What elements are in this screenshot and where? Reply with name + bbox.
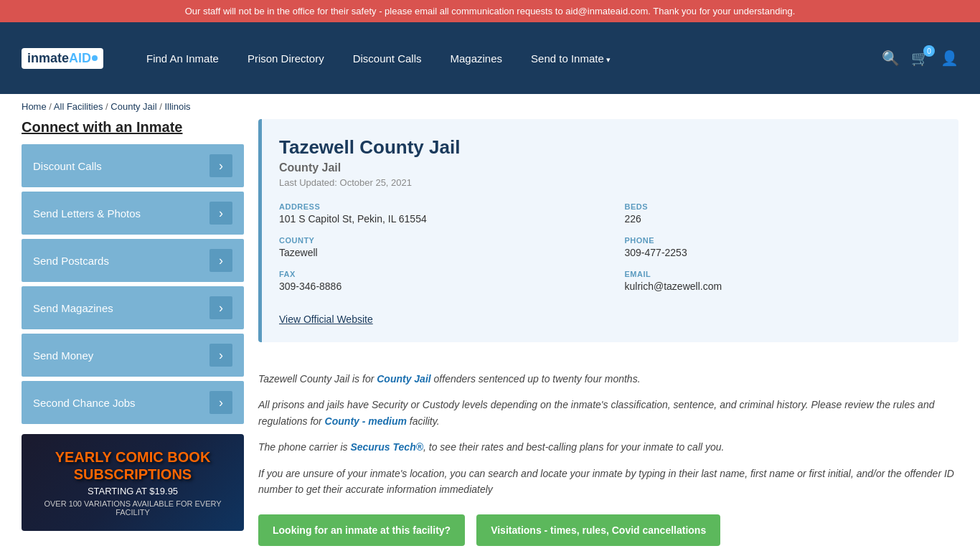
desc-para-1: Tazewell County Jail is for County Jail … (258, 371, 958, 387)
facility-updated: Last Updated: October 25, 2021 (279, 177, 941, 188)
facility-card: Tazewell County Jail County Jail Last Up… (258, 119, 958, 342)
sidebar-send-money[interactable]: Send Money › (22, 334, 244, 377)
facility-type: County Jail (279, 161, 941, 174)
cart-icon[interactable]: 🛒 0 (911, 50, 929, 67)
county-jail-link[interactable]: County Jail (377, 373, 430, 385)
nav-prison-directory[interactable]: Prison Directory (233, 52, 339, 65)
ad-banner[interactable]: YEARLY COMIC BOOK SUBSCRIPTIONS STARTING… (22, 434, 244, 531)
logo-aid-text: AID (69, 51, 91, 66)
header: inmate AID Find An Inmate Prison Directo… (0, 22, 980, 94)
ad-price: STARTING AT $19.95 (88, 486, 178, 496)
nav-magazines[interactable]: Magazines (436, 52, 517, 65)
sidebar: Connect with an Inmate Discount Calls › … (22, 119, 244, 551)
action-buttons: Looking for an inmate at this facility? … (258, 514, 958, 546)
visitation-button[interactable]: Visitations - times, rules, Covid cancel… (476, 514, 720, 546)
main-nav: Find An Inmate Prison Directory Discount… (132, 52, 882, 65)
county-medium-link[interactable]: County - medium (325, 415, 407, 427)
description-section: Tazewell County Jail is for County Jail … (258, 357, 958, 497)
facility-section: Tazewell County Jail County Jail Last Up… (258, 119, 958, 551)
breadcrumb-county-jail[interactable]: County Jail (110, 101, 156, 112)
nav-find-inmate[interactable]: Find An Inmate (132, 52, 233, 65)
desc-para-4: If you are unsure of your inmate's locat… (258, 466, 958, 498)
main-content: Connect with an Inmate Discount Calls › … (0, 119, 980, 551)
chevron-right-icon: › (209, 249, 232, 272)
alert-banner: Our staff will not be in the office for … (0, 0, 980, 22)
breadcrumb-illinois[interactable]: Illinois (164, 101, 190, 112)
fax-field: FAX 309-346-8886 (279, 270, 596, 292)
phone-field: PHONE 309-477-2253 (625, 236, 942, 258)
email-field: EMAIL kulrich@tazewell.com (625, 270, 942, 292)
chevron-right-icon: › (209, 202, 232, 225)
alert-text: Our staff will not be in the office for … (185, 6, 796, 17)
desc-para-2: All prisons and jails have Security or C… (258, 397, 958, 429)
breadcrumb-home[interactable]: Home (22, 101, 47, 112)
user-icon[interactable]: 👤 (941, 50, 958, 67)
chevron-right-icon: › (209, 154, 232, 177)
securus-link[interactable]: Securus Tech® (350, 441, 423, 453)
chevron-right-icon: › (209, 296, 232, 319)
sidebar-send-letters[interactable]: Send Letters & Photos › (22, 192, 244, 235)
sidebar-send-magazines[interactable]: Send Magazines › (22, 286, 244, 329)
header-icons: 🔍 🛒 0 👤 (882, 50, 958, 67)
nav-send-to-inmate[interactable]: Send to Inmate (517, 52, 625, 65)
logo-dot (92, 55, 98, 61)
sidebar-second-chance-jobs[interactable]: Second Chance Jobs › (22, 381, 244, 424)
address-field: ADDRESS 101 S Capitol St, Pekin, IL 6155… (279, 202, 596, 225)
facility-name: Tazewell County Jail (279, 136, 941, 159)
sidebar-send-postcards[interactable]: Send Postcards › (22, 239, 244, 282)
logo[interactable]: inmate AID (22, 48, 103, 69)
desc-para-3: The phone carrier is Securus Tech®, to s… (258, 439, 958, 455)
facility-info-grid: ADDRESS 101 S Capitol St, Pekin, IL 6155… (279, 202, 941, 292)
search-icon[interactable]: 🔍 (882, 50, 900, 67)
ad-title: YEARLY COMIC BOOK SUBSCRIPTIONS (55, 448, 211, 483)
sidebar-title: Connect with an Inmate (22, 119, 244, 136)
official-website-link[interactable]: View Official Website (279, 314, 373, 325)
cart-badge: 0 (923, 45, 935, 57)
looking-for-inmate-button[interactable]: Looking for an inmate at this facility? (258, 514, 465, 546)
breadcrumb: Home / All Facilities / County Jail / Il… (0, 94, 980, 119)
beds-field: BEDS 226 (625, 202, 942, 225)
chevron-right-icon: › (209, 344, 232, 367)
ad-subtitle: OVER 100 VARIATIONS AVAILABLE FOR EVERY … (33, 499, 232, 517)
chevron-right-icon: › (209, 391, 232, 414)
breadcrumb-all-facilities[interactable]: All Facilities (54, 101, 103, 112)
nav-discount-calls[interactable]: Discount Calls (339, 52, 436, 65)
logo-inmate-text: inmate (27, 51, 69, 66)
county-field: COUNTY Tazewell (279, 236, 596, 258)
sidebar-discount-calls[interactable]: Discount Calls › (22, 144, 244, 187)
